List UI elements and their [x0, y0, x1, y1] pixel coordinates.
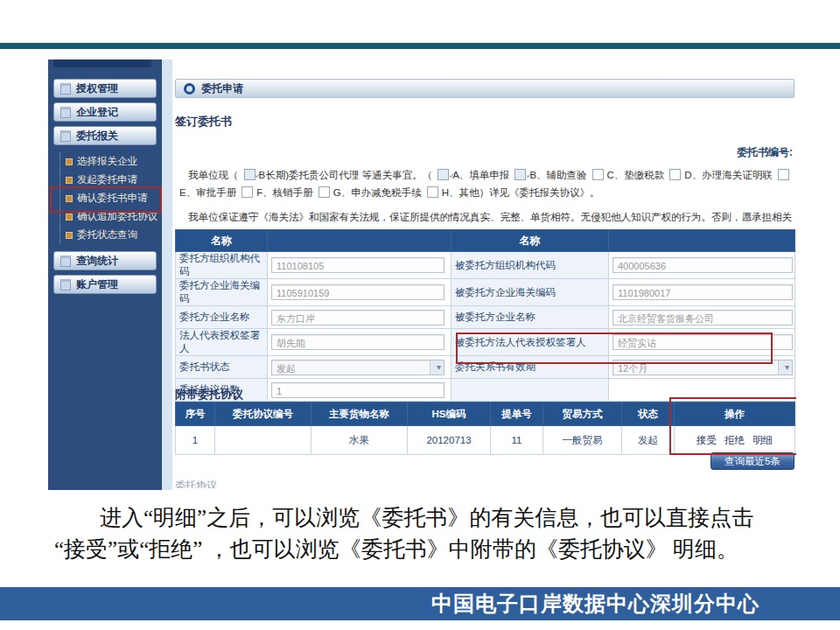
app-screenshot: 授权管理 企业登记 委托报关 选择报关企业 发起委托申请 确认委托书申请 [48, 60, 796, 490]
checkbox-option-c[interactable] [592, 169, 604, 180]
trustee-customs-code-input[interactable]: 1101980017 [612, 284, 793, 300]
form-header-blank [609, 230, 795, 252]
col-header: 序号 [176, 402, 215, 426]
menu-label: 授权管理 [76, 80, 118, 97]
module-title: 委托申请 [201, 81, 243, 96]
highlight-box-confirm-application [50, 186, 162, 213]
module-header-bar: 委托申请 [175, 79, 794, 98]
bullet-icon [66, 158, 73, 165]
field-label: 被委托方组织机构代码 [452, 252, 609, 279]
checkbox-option-g[interactable] [318, 186, 330, 198]
option-label: D、办理海关证明联 [684, 170, 772, 180]
highlight-box-validity-period [456, 332, 773, 364]
customs-code-input[interactable]: 1105910159 [271, 284, 444, 300]
col-header: 状态 [622, 402, 675, 426]
declaration-paragraph: 我单位现（B长期)委托贵公司代理 等通关事宜。（A、填单申报B、辅助查验C、垫缴… [179, 166, 794, 201]
menu-label: 委托报关 [76, 127, 118, 144]
checkbox-option-d[interactable] [669, 169, 681, 180]
module-bullet-icon [184, 83, 195, 94]
menu-label: 查询统计 [76, 252, 118, 270]
checkbox-option-b[interactable] [514, 169, 526, 180]
trustee-company-name-input[interactable]: 北京经贸客货服务公司 [612, 310, 793, 326]
sidebar-menu-enterprise-registration[interactable]: 企业登记 [53, 102, 157, 122]
field-label: 法人代表授权签署人 [176, 329, 268, 356]
agreement-count-input[interactable]: 1 [271, 382, 444, 398]
sidebar: 授权管理 企业登记 委托报关 选择报关企业 发起委托申请 确认委托书申请 [48, 60, 162, 490]
folder-icon [60, 256, 71, 267]
decl-long-term-label: B长期)委托贵公司代理 等通关事宜。（ [259, 170, 433, 180]
sidebar-sub-select-broker[interactable]: 选择报关企业 [64, 152, 162, 171]
checkbox-option-e[interactable] [778, 169, 789, 180]
entrust-form-table: 名称 名称 委托方组织机构代码 110108105 被委托方组织机构代码 400… [175, 229, 795, 402]
form-header-name-right: 名称 [452, 230, 609, 252]
option-label: A、填单申报 [452, 170, 509, 180]
seq-cell: 1 [176, 426, 215, 455]
form-header-name-left: 名称 [176, 230, 268, 252]
field-label: 委托方组织机构代码 [176, 252, 268, 279]
company-name-input[interactable]: 东方口岸 [271, 310, 444, 326]
org-code-input[interactable]: 110108105 [271, 257, 444, 273]
bullet-icon [66, 177, 73, 184]
signer-input[interactable]: 胡先能 [271, 334, 444, 350]
table-row: 委托方组织机构代码 110108105 被委托方组织机构代码 400005636 [176, 252, 795, 279]
doc-number-label: 委托书编号: [175, 145, 793, 160]
field-label: 委托方企业名称 [176, 306, 268, 329]
table-row: 委托方企业名称 东方口岸 被委托方企业名称 北京经贸客货服务公司 [176, 306, 795, 329]
status-cell: 发起 [622, 426, 675, 455]
checkbox-option-h[interactable] [427, 186, 438, 198]
option-label: B、辅助查验 [529, 170, 586, 180]
bullet-icon [66, 214, 73, 220]
entrust-status-select[interactable]: 发起 [271, 360, 444, 375]
col-header: 提单号 [491, 402, 543, 426]
sidebar-sub-entrust-status-query[interactable]: 委托状态查询 [64, 226, 162, 244]
option-label: G、申办减免税手续 [333, 187, 422, 198]
form-header-blank [268, 230, 452, 252]
decl-suffix: ）详见《委托报关协议》。 [479, 187, 599, 198]
trustee-org-code-input[interactable]: 400005636 [612, 257, 793, 273]
option-label: C、垫缴税款 [607, 170, 665, 180]
form-header-row: 名称 名称 [176, 230, 795, 252]
slide-footer: 中国电子口岸数据中心深圳分中心 [0, 587, 840, 620]
sidebar-menu-authorization[interactable]: 授权管理 [53, 79, 157, 98]
checkbox-option-f[interactable] [242, 186, 253, 198]
option-label: E、审批手册 [179, 187, 236, 198]
submenu-label: 选择报关企业 [77, 152, 137, 171]
folder-icon [60, 83, 71, 94]
hs-code-cell: 20120713 [408, 426, 491, 455]
caption-line-1: 进入“明细”之后，可以浏览《委托书》的有关信息，也可以直接点击 [54, 502, 788, 534]
col-header: 主要货物名称 [312, 402, 408, 426]
agreements-section-title: 附带委托协议 [175, 387, 243, 402]
col-header: 贸易方式 [543, 402, 622, 426]
col-header: 委托协议编号 [215, 402, 312, 426]
goods-name-cell: 水果 [312, 426, 408, 455]
field-label: 委托书状态 [176, 356, 268, 379]
folder-icon [60, 130, 71, 142]
content-left-strip [162, 60, 172, 490]
slide-caption: 进入“明细”之后，可以浏览《委托书》的有关信息，也可以直接点击 “接受”或“拒绝… [54, 502, 788, 565]
col-header: HS编码 [408, 402, 491, 426]
bill-no-cell: 11 [491, 426, 543, 455]
menu-label: 账户管理 [76, 276, 118, 293]
table-row: 委托方企业海关编码 1105910159 被委托方企业海关编码 11019800… [176, 279, 795, 306]
field-label: 被委托方企业海关编码 [452, 279, 609, 306]
agreement-no-cell [215, 426, 312, 455]
folder-icon [60, 279, 71, 290]
caption-line-2: “接受”或“拒绝” ，也可以浏览《委托书》中附带的《委托协议》 明细。 [54, 534, 788, 565]
section-title: 签订委托书 [175, 114, 232, 130]
bullet-icon [66, 232, 73, 239]
option-label: H、其他 [442, 187, 480, 198]
field-label [452, 379, 609, 402]
sidebar-menu-query-statistics[interactable]: 查询统计 [53, 251, 157, 270]
sidebar-menu-entrust-declaration[interactable]: 委托报关 [53, 126, 157, 145]
sidebar-menu-account-management[interactable]: 账户管理 [53, 275, 157, 294]
field-label: 被委托方企业名称 [452, 306, 609, 329]
clipped-bottom-text: 委托协议 [175, 479, 280, 488]
folder-icon [60, 107, 71, 118]
sidebar-top-strip [53, 60, 151, 67]
menu-label: 企业登记 [76, 103, 118, 121]
query-recent-button[interactable]: 查询最近5条 [710, 452, 794, 470]
checkbox-option-a[interactable] [438, 169, 449, 180]
option-label: F、核销手册 [256, 187, 313, 198]
decl-prefix: 我单位现（ [188, 170, 239, 180]
checkbox-long-term[interactable] [244, 169, 256, 180]
